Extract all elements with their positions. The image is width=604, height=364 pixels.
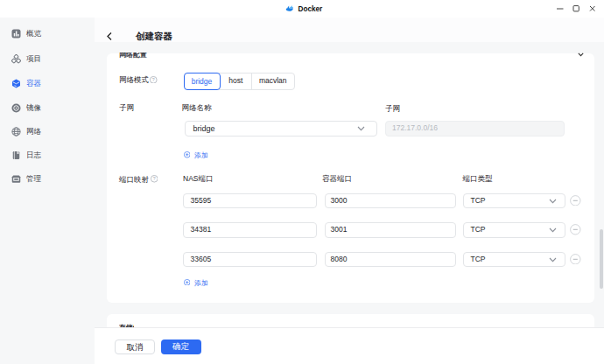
svg-text:?: ? [152, 77, 155, 82]
svg-text:?: ? [152, 176, 155, 181]
